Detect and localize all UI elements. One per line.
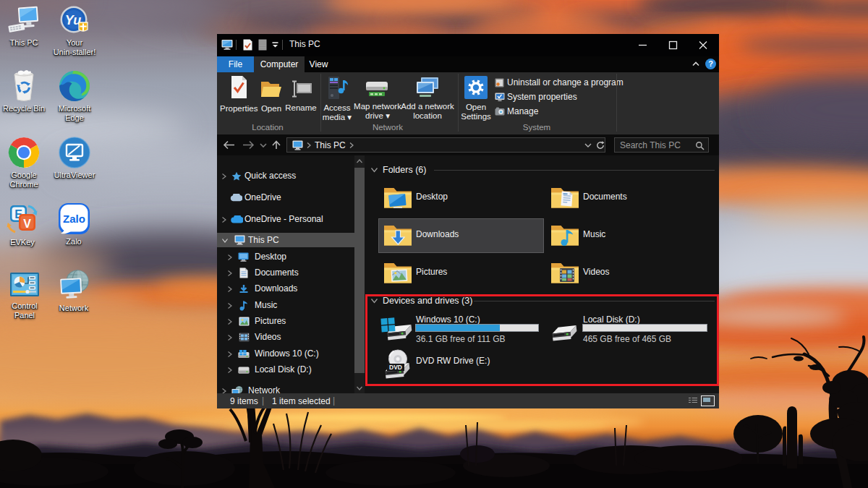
- svg-text:V: V: [23, 218, 31, 230]
- svg-text:Zalo: Zalo: [63, 213, 85, 225]
